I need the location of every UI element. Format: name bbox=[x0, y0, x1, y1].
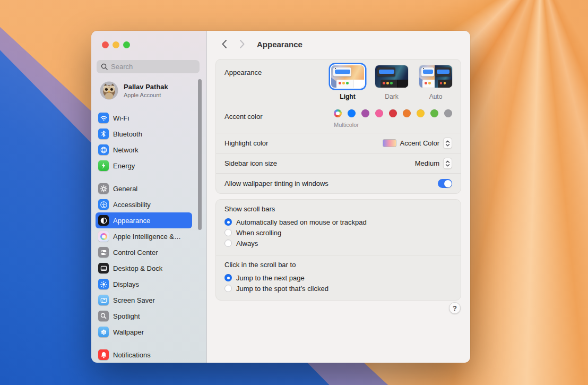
sidebar-scrollbar[interactable] bbox=[198, 79, 202, 230]
show-scroll-bars-section: Show scroll bars Automatically based on … bbox=[216, 200, 461, 255]
sidebar-item-desktop-dock[interactable]: Desktop & Dock bbox=[96, 260, 192, 276]
sidebar-item-network[interactable]: Network bbox=[96, 142, 192, 158]
auto-label: Auto bbox=[429, 93, 443, 100]
help-button[interactable]: ? bbox=[449, 302, 461, 314]
sun-icon bbox=[98, 279, 109, 289]
sidebar-item-label: Network bbox=[113, 146, 139, 154]
sidebar-item-spotlight[interactable]: Spotlight bbox=[96, 308, 192, 324]
globe-icon bbox=[98, 144, 109, 155]
sidebar-item-bluetooth[interactable]: Bluetooth bbox=[96, 126, 192, 142]
radio-button[interactable] bbox=[224, 229, 232, 236]
account-row[interactable]: Pallav Pathak Apple Account bbox=[100, 81, 168, 100]
magnifier-icon bbox=[98, 311, 109, 321]
sidebar-item-label: Displays bbox=[113, 280, 139, 288]
apple-intelligence-icon bbox=[98, 231, 109, 242]
radio-option-jump-to-spot[interactable]: Jump to the spot that’s clicked bbox=[224, 283, 452, 294]
radio-option-automatically[interactable]: Automatically based on mouse or trackpad bbox=[224, 217, 452, 227]
accent-swatch-yellow[interactable] bbox=[417, 109, 425, 117]
appearance-option-light[interactable]: Light bbox=[331, 65, 364, 100]
radio-label: Automatically based on mouse or trackpad bbox=[236, 218, 367, 226]
sidebar-item-label: Appearance bbox=[113, 217, 150, 225]
sidebar-item-control-center[interactable]: Control Center bbox=[96, 244, 192, 260]
wallpaper-tinting-toggle[interactable] bbox=[438, 179, 452, 188]
desktop-dock-icon bbox=[98, 263, 109, 273]
sidebar-item-label: Accessibility bbox=[113, 201, 151, 209]
main-pane: Appearance Appearance Light bbox=[207, 31, 470, 363]
radio-label: When scrolling bbox=[236, 229, 281, 237]
sidebar-item-displays[interactable]: Displays bbox=[96, 276, 192, 292]
search-field[interactable] bbox=[97, 60, 200, 73]
sidebar-item-wallpaper[interactable]: Wallpaper bbox=[96, 324, 192, 340]
close-button[interactable] bbox=[102, 41, 109, 48]
radio-button[interactable] bbox=[224, 285, 232, 292]
radio-label: Always bbox=[236, 239, 258, 247]
forward-button[interactable] bbox=[236, 37, 248, 51]
accent-swatch-orange[interactable] bbox=[403, 109, 411, 117]
sidebar-icon-size-select[interactable]: Medium bbox=[415, 158, 452, 169]
highlight-color-label: Highlight color bbox=[224, 139, 268, 147]
radio-button[interactable] bbox=[224, 239, 232, 247]
sidebar-icon-size-value: Medium bbox=[415, 159, 439, 167]
highlight-color-row: Highlight color Accent Color bbox=[216, 133, 461, 153]
sidebar-item-general[interactable]: General bbox=[96, 181, 192, 196]
light-mode-thumbnail[interactable] bbox=[331, 65, 364, 88]
dark-mode-thumbnail[interactable] bbox=[375, 65, 408, 88]
appearance-contrast-icon bbox=[98, 215, 109, 226]
minimize-button[interactable] bbox=[113, 41, 119, 48]
accent-swatch-blue[interactable] bbox=[348, 109, 356, 117]
auto-mode-thumbnail[interactable] bbox=[419, 65, 452, 88]
radio-option-jump-next-page[interactable]: Jump to the next page bbox=[224, 272, 452, 283]
sidebar: Pallav Pathak Apple Account Wi-Fi bbox=[91, 31, 207, 363]
page-title: Appearance bbox=[257, 40, 302, 49]
sidebar-item-screen-saver[interactable]: Screen Saver bbox=[96, 292, 192, 308]
accent-swatch-green[interactable] bbox=[430, 109, 438, 117]
bluetooth-icon bbox=[98, 129, 109, 139]
sidebar-item-apple-intelligence[interactable]: Apple Intelligence &… bbox=[96, 228, 192, 244]
sidebar-item-label: Notifications bbox=[113, 351, 151, 359]
sidebar-item-wifi[interactable]: Wi-Fi bbox=[96, 110, 192, 126]
toolbar: Appearance bbox=[207, 31, 470, 57]
accent-swatch-pink[interactable] bbox=[375, 109, 383, 117]
search-icon bbox=[101, 63, 108, 70]
sidebar-group-system: General Accessibility Appearance bbox=[96, 181, 192, 340]
wallpaper-tinting-row: Allow wallpaper tinting in windows bbox=[216, 174, 461, 193]
radio-button[interactable] bbox=[224, 218, 232, 226]
screen-saver-icon bbox=[98, 295, 109, 305]
accent-swatch-multicolor[interactable] bbox=[334, 109, 342, 117]
sidebar-group-notifications: Notifications bbox=[96, 347, 192, 363]
sidebar-item-energy[interactable]: Energy bbox=[96, 158, 192, 174]
highlight-color-stepper[interactable] bbox=[443, 138, 452, 149]
sidebar-item-accessibility[interactable]: Accessibility bbox=[96, 196, 192, 212]
highlight-color-select[interactable]: Accent Color bbox=[383, 138, 452, 149]
accent-color-label: Accent color bbox=[224, 109, 263, 121]
light-label: Light bbox=[340, 93, 355, 100]
sidebar-item-appearance[interactable]: Appearance bbox=[96, 212, 192, 228]
back-button[interactable] bbox=[218, 37, 230, 51]
sidebar-item-label: Desktop & Dock bbox=[113, 264, 162, 272]
radio-option-always[interactable]: Always bbox=[224, 238, 452, 249]
accent-swatch-red[interactable] bbox=[389, 109, 397, 117]
sidebar-icon-size-row: Sidebar icon size Medium bbox=[216, 153, 461, 173]
gear-icon bbox=[98, 183, 109, 194]
highlight-color-value: Accent Color bbox=[400, 139, 439, 147]
sidebar-item-notifications[interactable]: Notifications bbox=[96, 347, 192, 363]
sidebar-icon-size-stepper[interactable] bbox=[443, 158, 452, 169]
radio-option-when-scrolling[interactable]: When scrolling bbox=[224, 227, 452, 238]
bolt-icon bbox=[98, 160, 109, 171]
wifi-icon bbox=[98, 113, 109, 123]
accent-color-swatches bbox=[334, 109, 452, 117]
accent-swatch-graphite[interactable] bbox=[444, 109, 452, 117]
radio-button[interactable] bbox=[224, 274, 232, 281]
sidebar-group-connectivity: Wi-Fi Bluetooth Network bbox=[96, 110, 192, 174]
zoom-button[interactable] bbox=[123, 41, 130, 48]
sidebar-item-label: Energy bbox=[113, 162, 135, 170]
search-input[interactable] bbox=[111, 63, 204, 71]
scroll-bars-group: Show scroll bars Automatically based on … bbox=[215, 199, 461, 301]
sidebar-item-label: Spotlight bbox=[113, 312, 140, 320]
accessibility-icon bbox=[98, 199, 109, 210]
appearance-option-dark[interactable]: Dark bbox=[375, 65, 408, 100]
account-subtitle: Apple Account bbox=[124, 92, 168, 98]
appearance-option-auto[interactable]: Auto bbox=[419, 65, 452, 100]
accent-swatch-purple[interactable] bbox=[361, 109, 369, 117]
sidebar-item-label: Control Center bbox=[113, 249, 158, 256]
